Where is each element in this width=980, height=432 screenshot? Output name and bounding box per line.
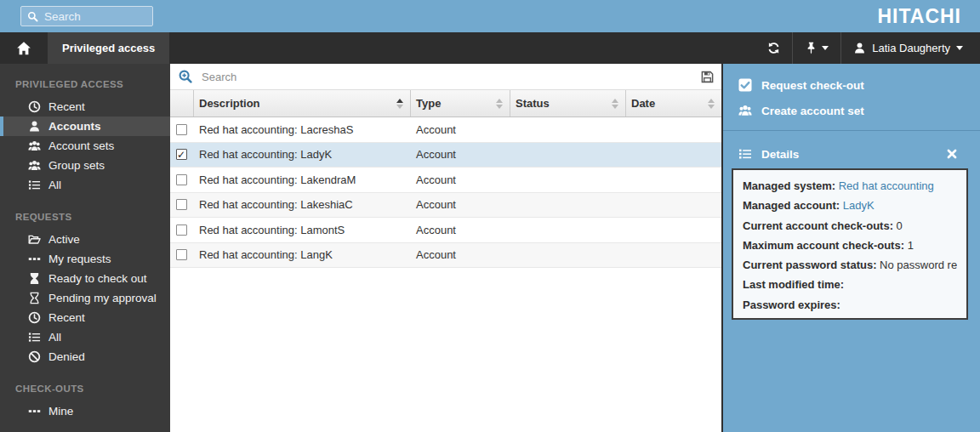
sidebar-item-active[interactable]: Active [0,230,170,249]
sidebar-item-label: Account sets [48,139,114,152]
action-label: Request check-out [761,79,864,92]
sidebar-item-all[interactable]: All [0,175,170,195]
hitachi-logo: HITACHI [877,5,961,28]
column-label: Date [631,97,708,110]
cell-type: Account [411,198,510,211]
managed-account-link[interactable]: LadyK [843,199,875,212]
table-row[interactable]: Red hat accounting: LadyK Account [170,143,721,168]
request-check-out-button[interactable]: Request check-out [723,72,980,98]
table-row[interactable]: Red hat accounting: LacreshaS Account [170,117,721,143]
sidebar-item-group-sets[interactable]: Group sets [0,156,170,175]
sidebar-item-recent-requests[interactable]: Recent [0,308,170,327]
ellipsis-icon [27,253,41,265]
ellipsis-icon [27,405,41,418]
sidebar-item-ready-to-check-out[interactable]: Ready to check out [0,269,170,288]
panel-divider [723,130,980,131]
accounts-table-panel: Description Type Status Date Red hat acc… [170,64,723,432]
column-header-status[interactable]: Status [510,90,626,117]
user-menu-button[interactable]: Latia Daugherty [841,32,980,64]
sidebar-item-label: Pending my approval [48,292,157,304]
cell-type: Account [411,224,510,236]
nav-bar: Privileged access Latia Daugherty [0,32,980,64]
home-button[interactable] [0,32,48,64]
save-button[interactable] [701,71,714,83]
sidebar-item-label: Denied [48,350,85,363]
sort-asc-icon [396,99,403,109]
list-icon [738,147,752,161]
table-header-row: Description Type Status Date [170,90,721,117]
sidebar-item-all-requests[interactable]: All [0,327,170,347]
field-label: Maximum account check-outs: [743,239,904,252]
row-checkbox[interactable] [176,149,187,160]
table-row[interactable]: Red hat accounting: LamontS Account [170,218,721,243]
table-row[interactable]: Red hat accounting: LakendraM Account [170,168,721,193]
field-label: Managed system: [743,179,835,192]
column-label: Type [416,97,496,110]
table-search-input[interactable] [202,71,701,83]
user-icon [27,120,41,133]
close-details-button[interactable] [947,149,966,159]
cell-description: Red hat accounting: LamontS [194,224,411,236]
chevron-down-icon [822,46,829,50]
sidebar-item-denied[interactable]: Denied [0,347,170,367]
details-card: Managed system: Red hat accounting Manag… [732,168,968,320]
detail-field: Last modified time: [743,275,957,294]
details-header: Details [723,141,980,167]
refresh-icon [767,42,780,54]
cell-description: Red hat accounting: LadyK [194,148,411,161]
cell-type: Account [411,248,510,261]
column-label: Status [516,97,612,110]
sidebar-section-check-outs: CHECK-OUTS [0,384,170,394]
field-value: No password rec... [880,259,957,271]
create-account-set-button[interactable]: Create account set [723,98,980,123]
sidebar-item-label: Recent [48,311,85,324]
row-checkbox[interactable] [176,174,187,185]
detail-field: Managed account: LadyK [743,196,957,215]
right-action-panel: Request check-out Create account set Det… [723,64,980,432]
detail-field: Managed system: Red hat accounting [743,176,957,196]
column-header-description[interactable]: Description [194,90,411,117]
managed-system-link[interactable]: Red hat accounting [839,179,934,192]
folder-open-icon [27,233,41,246]
row-checkbox[interactable] [176,199,187,210]
pin-menu-button[interactable] [793,32,840,64]
clock-icon [27,100,41,113]
global-search-input[interactable] [44,10,146,23]
home-icon [16,41,31,56]
column-header-type[interactable]: Type [411,90,510,117]
cell-description: Red hat accounting: LacreshaS [194,123,411,136]
cell-type: Account [411,148,510,161]
nav-right-controls: Latia Daugherty [755,32,980,64]
sidebar-item-accounts[interactable]: Accounts [0,117,170,136]
refresh-button[interactable] [755,32,792,64]
floppy-icon [701,71,714,83]
sidebar-item-recent[interactable]: Recent [0,97,170,117]
row-checkbox[interactable] [176,124,187,135]
cell-description: Red hat accounting: LakeshiaC [194,198,411,211]
global-search-box[interactable] [20,6,153,26]
sidebar-item-label: Recent [48,100,85,113]
details-title: Details [761,148,799,161]
detail-field: Maximum account check-outs: 1 [743,236,957,255]
hourglass-icon [27,272,41,285]
tab-privileged-access[interactable]: Privileged access [48,32,169,64]
sidebar: PRIVILEGED ACCESS Recent Accounts Accoun… [0,64,170,432]
search-icon [27,11,38,22]
row-checkbox[interactable] [176,225,187,236]
sidebar-item-label: Accounts [48,120,101,133]
table-row[interactable]: Red hat accounting: LangK Account [170,243,721,269]
sidebar-item-my-requests[interactable]: My requests [0,249,170,269]
field-value: 1 [908,239,914,252]
column-header-date[interactable]: Date [626,90,721,117]
sidebar-item-mine[interactable]: Mine [0,401,170,421]
cell-description: Red hat accounting: LangK [194,248,411,261]
table-row[interactable]: Red hat accounting: LakeshiaC Account [170,193,721,219]
user-icon [853,42,866,54]
top-bar: HITACHI [0,0,980,32]
sidebar-section-requests: REQUESTS [0,212,170,222]
cell-type: Account [411,123,510,136]
row-checkbox[interactable] [176,249,187,260]
sidebar-item-label: Group sets [48,159,105,172]
sidebar-item-account-sets[interactable]: Account sets [0,136,170,156]
sidebar-item-pending-my-approval[interactable]: Pending my approval [0,288,170,308]
